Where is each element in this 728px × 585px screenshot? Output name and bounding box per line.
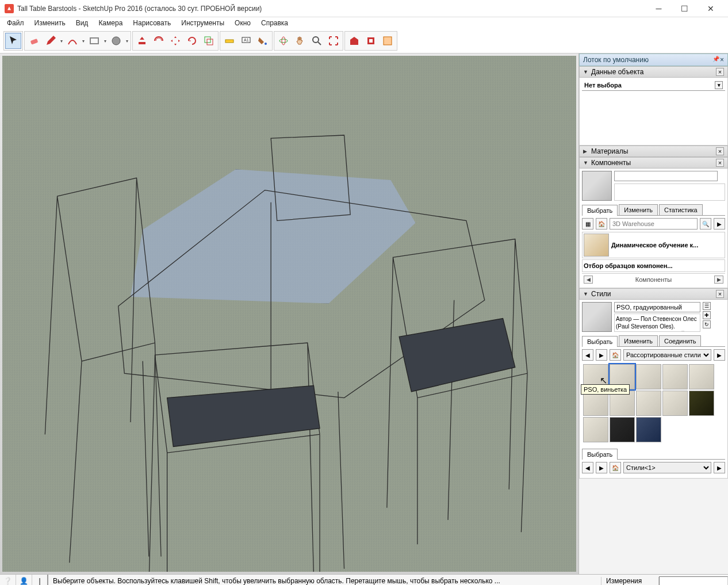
tab-mix[interactable]: Соединить — [659, 335, 702, 346]
tab-select[interactable]: Выбрать — [582, 336, 618, 347]
svg-point-8 — [265, 43, 267, 45]
nav-fwd-button[interactable]: ▶ — [714, 218, 725, 230]
minimize-button[interactable]: ─ — [646, 1, 672, 17]
move-tool[interactable] — [167, 33, 183, 49]
rectangle-tool[interactable] — [86, 33, 102, 49]
tape-tool[interactable] — [221, 33, 237, 49]
pan-tool[interactable] — [292, 33, 308, 49]
panel-materials-header[interactable]: ▶ Материалы × — [579, 146, 728, 157]
zoom-tool[interactable] — [309, 33, 325, 49]
style-swatch[interactable] — [583, 417, 608, 442]
panel-close[interactable]: × — [716, 68, 724, 76]
tab-stats[interactable]: Статистика — [659, 204, 703, 215]
search-input[interactable] — [610, 218, 698, 230]
style-swatch[interactable] — [636, 364, 661, 389]
home-button[interactable]: 🏠 — [610, 462, 621, 473]
offset-tool[interactable] — [151, 33, 167, 49]
tab-select[interactable]: Выбрать — [582, 205, 618, 216]
panel-entity-info-header[interactable]: ▼ Данные объекта × — [579, 66, 728, 78]
statusbar: ❔ 👤 | Выберите объекты. Воспользуйтесь к… — [0, 574, 728, 585]
tray-title[interactable]: Лоток по умолчанию 📌 × — [579, 53, 728, 66]
collection-samples[interactable]: Отбор образцов компонен... — [582, 259, 725, 272]
style-swatch[interactable] — [636, 391, 661, 416]
component-desc-field[interactable] — [614, 183, 725, 201]
style-swatch[interactable] — [689, 391, 714, 416]
component-name-field[interactable] — [614, 171, 718, 181]
menu-draw[interactable]: Нарисовать — [128, 18, 175, 28]
layout-tool[interactable] — [380, 33, 396, 49]
arc-tool[interactable] — [64, 33, 81, 49]
tooltip: PSO, виньетка — [581, 384, 630, 395]
menu-tools[interactable]: Инструменты — [177, 18, 229, 28]
user-icon[interactable]: 👤 — [16, 575, 32, 585]
select-tool[interactable] — [5, 33, 21, 49]
style-thumbnail[interactable] — [582, 302, 612, 332]
warehouse-tool[interactable] — [346, 33, 362, 49]
home-button[interactable]: 🏠 — [596, 218, 607, 230]
viewport[interactable] — [0, 53, 578, 574]
circle-dropdown[interactable]: ▾ — [125, 33, 129, 49]
tray-close[interactable]: × — [720, 56, 724, 64]
nav-back-button[interactable]: ◀ — [582, 462, 593, 473]
style-swatch[interactable] — [662, 364, 688, 389]
maximize-button[interactable]: ☐ — [672, 1, 698, 17]
menu-file[interactable]: Файл — [2, 18, 29, 28]
orbit-tool[interactable] — [275, 33, 292, 49]
style-swatch[interactable]: PSO, виньетка ↖ — [583, 364, 608, 389]
view-mode-button[interactable]: ▦ — [582, 218, 593, 230]
style-swatch[interactable] — [610, 417, 635, 442]
menu-window[interactable]: Окно — [230, 18, 255, 28]
search-button[interactable]: 🔍 — [700, 218, 711, 230]
home-button[interactable]: 🏠 — [610, 349, 621, 361]
shape-dropdown[interactable]: ▾ — [103, 33, 108, 49]
pin-icon[interactable]: 📌 — [712, 56, 720, 64]
prev-button[interactable]: ◀ — [584, 276, 593, 284]
update-style-button[interactable]: ↻ — [703, 320, 711, 328]
tab-edit[interactable]: Изменить — [619, 335, 658, 346]
pencil-tool[interactable] — [43, 33, 59, 49]
panel-styles-header[interactable]: ▼ Стили × — [579, 288, 728, 300]
panel-close[interactable]: × — [716, 159, 724, 167]
rotate-tool[interactable] — [184, 33, 200, 49]
arc-dropdown[interactable]: ▾ — [81, 33, 86, 49]
paint-tool[interactable] — [255, 33, 271, 49]
measurements-field[interactable] — [659, 576, 728, 586]
style-swatch[interactable] — [636, 417, 661, 442]
nav-fwd-button[interactable]: ▶ — [596, 349, 607, 361]
svg-point-11 — [313, 37, 319, 43]
pencil-dropdown[interactable]: ▾ — [59, 33, 64, 49]
style-swatch[interactable] — [662, 391, 688, 416]
collection-dynamic[interactable]: Динамическое обучение к... — [582, 232, 725, 258]
zoom-extents-tool[interactable] — [325, 33, 342, 49]
tab-edit[interactable]: Изменить — [619, 204, 658, 215]
style-collection-dropdown[interactable]: Рассортированные стили — [623, 349, 711, 361]
nav-fwd-button[interactable]: ▶ — [596, 462, 607, 473]
menu-view[interactable]: Вид — [71, 18, 93, 28]
in-model-styles-dropdown[interactable]: Стили<1> — [623, 462, 711, 473]
menu-edit[interactable]: Изменить — [30, 18, 70, 28]
circle-tool[interactable] — [108, 33, 124, 49]
close-button[interactable]: ✕ — [698, 1, 723, 17]
style-swatch[interactable] — [689, 364, 714, 389]
tab-select-bottom[interactable]: Выбрать — [582, 449, 618, 460]
details-button[interactable]: ▶ — [714, 462, 725, 473]
help-icon[interactable]: ❔ — [0, 575, 16, 585]
panel-close[interactable]: × — [716, 290, 724, 298]
create-style-button[interactable]: ✚ — [703, 311, 711, 319]
panel-close[interactable]: × — [716, 147, 724, 155]
details-button[interactable]: ▶ — [714, 349, 725, 361]
style-name-field[interactable] — [614, 302, 700, 312]
extension-tool[interactable] — [363, 33, 379, 49]
expand-icon[interactable]: ▾ — [715, 81, 723, 89]
pushpull-tool[interactable] — [134, 33, 150, 49]
menu-help[interactable]: Справка — [256, 18, 293, 28]
next-button[interactable]: ▶ — [714, 276, 723, 284]
eraser-tool[interactable] — [26, 33, 42, 49]
display-options-button[interactable]: ☰ — [703, 302, 711, 310]
panel-components-header[interactable]: ▼ Компоненты × — [579, 157, 728, 169]
text-tool[interactable]: A1 — [238, 33, 254, 49]
nav-back-button[interactable]: ◀ — [582, 349, 593, 361]
component-thumbnail[interactable] — [582, 171, 612, 201]
menu-camera[interactable]: Камера — [94, 18, 127, 28]
scale-tool[interactable] — [201, 33, 217, 49]
